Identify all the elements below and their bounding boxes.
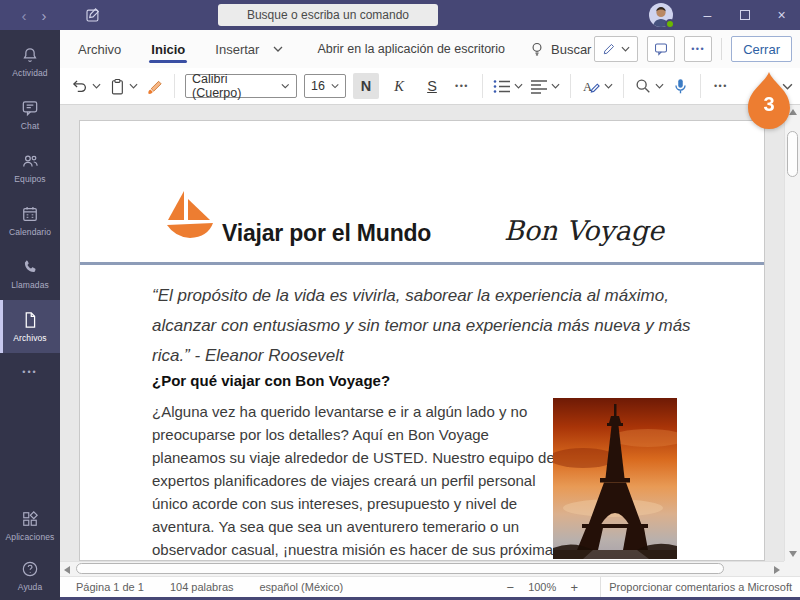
bullet-list-button[interactable] — [493, 79, 523, 94]
language-indicator[interactable]: español (México) — [260, 581, 344, 593]
chevron-down-icon — [129, 83, 138, 89]
tab-archivo[interactable]: Archivo — [78, 30, 121, 68]
sidebar-item-actividad[interactable]: Actividad — [0, 35, 60, 88]
scroll-down-icon[interactable] — [789, 551, 797, 557]
search-icon — [634, 77, 652, 95]
open-in-desktop-link[interactable]: Abrir en la aplicación de escritorio — [317, 42, 505, 56]
styles-icon: A — [581, 77, 601, 95]
divider — [721, 38, 722, 60]
sidebar-spacer — [0, 391, 60, 500]
horizontal-scroll-thumb[interactable] — [76, 563, 724, 574]
vertical-scroll-thumb[interactable] — [787, 131, 798, 177]
more-font-options-button[interactable]: ••• — [452, 81, 472, 91]
undo-button[interactable] — [70, 77, 101, 96]
divider — [623, 74, 624, 98]
more-toolbar-options-button[interactable]: ••• — [711, 81, 731, 91]
sidebar-item-label: Chat — [21, 121, 39, 131]
sidebar-item-label: Ayuda — [18, 582, 42, 592]
scrollbar-corner — [784, 561, 800, 576]
horizontal-scrollbar[interactable] — [60, 561, 784, 576]
zoom-level[interactable]: 100% — [522, 581, 562, 593]
word-count[interactable]: 104 palabras — [170, 581, 234, 593]
page-count[interactable]: Página 1 de 1 — [76, 581, 144, 593]
align-icon — [530, 79, 548, 94]
teams-people-icon — [20, 151, 40, 171]
bell-icon — [20, 45, 40, 65]
help-icon — [20, 559, 40, 579]
scroll-right-icon[interactable] — [774, 566, 780, 574]
pencil-icon — [602, 42, 616, 56]
format-painter-icon — [145, 77, 164, 96]
sidebar-item-archivos[interactable]: Archivos — [0, 300, 60, 353]
calendar-icon — [20, 204, 40, 224]
sidebar-item-label: Actividad — [12, 68, 47, 78]
quote-paragraph[interactable]: “El propósito de la vida es vivirla, sab… — [152, 281, 700, 371]
divider — [700, 74, 701, 98]
styles-button[interactable]: A — [581, 77, 613, 95]
chevron-down-icon — [92, 83, 101, 89]
sidebar-item-llamadas[interactable]: Llamadas — [0, 247, 60, 300]
alignment-button[interactable] — [530, 79, 560, 94]
callout-step-number: 3 — [747, 93, 791, 116]
clipboard-icon — [108, 77, 126, 96]
new-chat-button[interactable] — [84, 6, 102, 24]
more-options-button[interactable]: ••• — [684, 36, 712, 62]
back-button[interactable]: ‹ — [14, 8, 34, 23]
command-search-input[interactable]: Busque o escriba un comando — [218, 4, 438, 26]
dictate-button[interactable] — [671, 77, 690, 96]
format-painter-button[interactable] — [145, 77, 164, 96]
close-window-button[interactable]: × — [763, 0, 800, 30]
sidebar-item-label: Llamadas — [11, 280, 49, 290]
body-paragraph[interactable]: ¿Alguna vez ha querido levantarse e ir a… — [152, 400, 564, 576]
ellipsis-icon: ••• — [691, 44, 705, 54]
sidebar-item-ayuda[interactable]: Ayuda — [0, 550, 60, 600]
chat-icon — [20, 98, 40, 118]
ribbon-tabs-row: Archivo Inicio Insertar Abrir en la apli… — [60, 30, 800, 68]
eiffel-tower-image[interactable] — [553, 398, 677, 559]
document-page[interactable]: Viajar por el Mundo Bon Voyage “El propó… — [79, 120, 765, 561]
sidebar-more-button[interactable]: ••• — [0, 353, 60, 391]
tab-inicio[interactable]: Inicio — [151, 30, 185, 68]
app-sidebar: Actividad Chat Equipos Calendario Llamad… — [0, 30, 60, 600]
font-name-select[interactable]: Calibri (Cuerpo) — [185, 74, 297, 98]
underline-button[interactable]: S — [419, 73, 445, 99]
more-tabs-button[interactable] — [273, 46, 283, 52]
bold-button[interactable]: N — [353, 73, 379, 99]
editing-mode-button[interactable] — [594, 36, 638, 62]
status-bar: Página 1 de 1 104 palabras español (Méxi… — [60, 576, 800, 597]
sidebar-item-chat[interactable]: Chat — [0, 88, 60, 141]
section-heading[interactable]: ¿Por qué viajar con Bon Voyage? — [152, 372, 390, 389]
vertical-scrollbar[interactable] — [784, 105, 800, 561]
tab-insertar[interactable]: Insertar — [215, 30, 259, 68]
zoom-in-button[interactable]: + — [562, 580, 586, 595]
sidebar-item-calendario[interactable]: Calendario — [0, 194, 60, 247]
ribbon-search-button[interactable]: Buscar — [529, 41, 591, 57]
titlebar-right: – × — [649, 0, 800, 30]
divider — [482, 74, 483, 98]
sidebar-item-label: Calendario — [9, 227, 51, 237]
feedback-link[interactable]: Proporcionar comentarios a Microsoft — [609, 581, 792, 593]
find-button[interactable] — [634, 77, 664, 95]
forward-button[interactable]: › — [34, 8, 54, 23]
chevron-down-icon — [551, 83, 560, 89]
logo-script-text: Bon Voyage — [504, 215, 664, 246]
sailboat-logo-icon — [164, 189, 216, 243]
paste-button[interactable] — [108, 77, 138, 96]
close-document-button[interactable]: Cerrar — [731, 36, 792, 62]
divider — [174, 74, 175, 98]
microphone-icon — [671, 77, 690, 96]
chevron-down-icon — [281, 83, 290, 89]
maximize-button[interactable] — [726, 0, 763, 30]
italic-button[interactable]: K — [386, 73, 412, 99]
scroll-left-icon[interactable] — [64, 566, 70, 574]
sidebar-item-equipos[interactable]: Equipos — [0, 141, 60, 194]
comments-button[interactable] — [647, 36, 675, 62]
font-size-select[interactable]: 16 — [304, 74, 346, 98]
chevron-down-icon — [604, 83, 613, 89]
sidebar-item-aplicaciones[interactable]: Aplicaciones — [0, 500, 60, 550]
formatting-toolbar: Calibri (Cuerpo) 16 N K S ••• — [60, 68, 800, 105]
lightbulb-icon — [529, 41, 545, 57]
minimize-button[interactable]: – — [689, 0, 726, 30]
avatar[interactable] — [649, 3, 673, 27]
zoom-out-button[interactable]: − — [498, 580, 522, 595]
